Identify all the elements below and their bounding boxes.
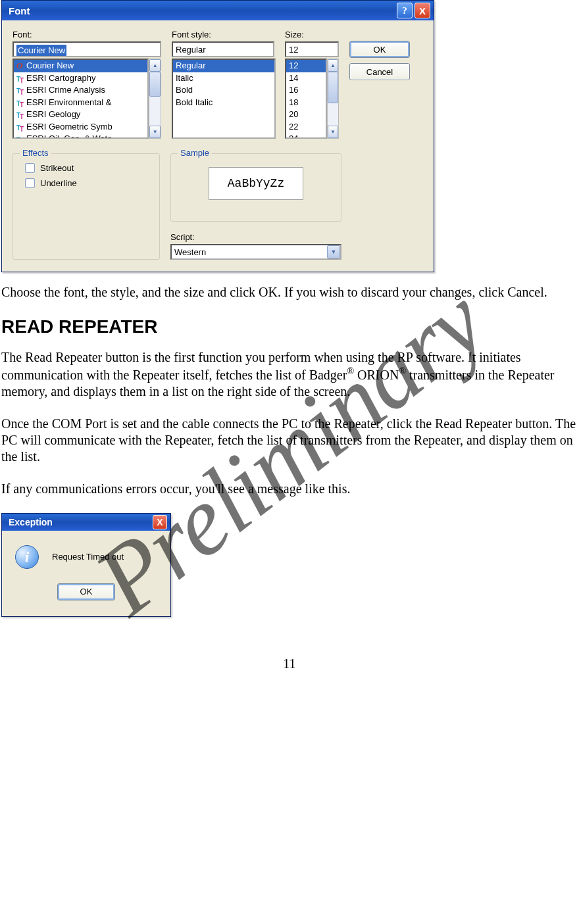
close-button[interactable]: X	[415, 3, 430, 18]
paragraph: Choose the font, the style, and the size…	[1, 284, 578, 301]
style-label: Font style:	[172, 30, 274, 39]
script-label: Script:	[170, 232, 341, 242]
font-list-item[interactable]: ESRI Geology	[14, 109, 147, 121]
style-list-item[interactable]: Bold	[173, 84, 274, 97]
truetype-icon	[16, 75, 24, 82]
opentype-icon: O	[16, 62, 24, 69]
style-input[interactable]: Regular	[172, 41, 274, 57]
script-select[interactable]: Western ▼	[170, 244, 341, 260]
font-list-item[interactable]: ESRI Oil, Gas, & Wate	[14, 133, 147, 139]
truetype-icon	[16, 124, 24, 130]
effects-group: Effects Strikeout Underline	[13, 153, 160, 260]
cancel-button[interactable]: Cancel	[349, 63, 410, 80]
font-list-item[interactable]: OCourier New	[14, 60, 147, 72]
scroll-down-icon[interactable]: ▼	[328, 126, 338, 138]
style-list-item[interactable]: Italic	[173, 72, 274, 85]
font-list-item[interactable]: ESRI Crime Analysis	[14, 84, 147, 97]
truetype-icon	[16, 111, 24, 118]
font-list-scrollbar[interactable]: ▲ ▼	[149, 59, 161, 139]
font-list[interactable]: OCourier New ESRI Cartography ESRI Crime…	[13, 59, 149, 139]
scroll-thumb[interactable]	[328, 72, 338, 103]
chevron-down-icon: ▼	[327, 245, 340, 258]
exception-ok-button[interactable]: OK	[57, 583, 115, 600]
style-list[interactable]: Regular Italic Bold Bold Italic	[172, 59, 276, 139]
font-label: Font:	[13, 30, 161, 39]
sample-label: Sample	[178, 148, 212, 158]
size-list-item[interactable]: 18	[286, 97, 326, 109]
paragraph: If any communications errors occur, you'…	[1, 481, 578, 497]
exception-message: Request Timed out	[52, 552, 124, 562]
scroll-thumb[interactable]	[149, 72, 161, 97]
sample-text: AaBbYyZz	[209, 167, 303, 200]
style-list-item[interactable]: Bold Italic	[173, 97, 274, 109]
font-list-item[interactable]: ESRI Cartography	[14, 72, 147, 85]
scroll-up-icon[interactable]: ▲	[149, 59, 161, 72]
size-list-scrollbar[interactable]: ▲ ▼	[327, 59, 339, 139]
font-dialog: Font ? X Font: Courier New OCourier New …	[1, 0, 434, 272]
checkbox-icon	[25, 178, 35, 188]
size-list-item[interactable]: 12	[286, 60, 326, 72]
exception-dialog: Exception X i Request Timed out OK	[1, 513, 171, 617]
heading-read-repeater: READ REPEATER	[1, 316, 578, 337]
size-list[interactable]: 12 14 16 18 20 22 24	[285, 59, 327, 139]
style-list-item[interactable]: Regular	[173, 60, 274, 72]
font-dialog-titlebar[interactable]: Font ? X	[2, 1, 434, 20]
font-list-item[interactable]: ESRI Environmental &	[14, 97, 147, 109]
exception-titlebar[interactable]: Exception X	[2, 514, 170, 531]
truetype-icon	[16, 87, 24, 93]
font-input[interactable]: Courier New	[13, 41, 161, 57]
scroll-down-icon[interactable]: ▼	[149, 126, 161, 138]
checkbox-icon	[25, 163, 35, 173]
size-list-item[interactable]: 22	[286, 121, 326, 134]
strikeout-checkbox[interactable]: Strikeout	[25, 163, 147, 173]
exception-title: Exception	[9, 517, 53, 527]
size-list-item[interactable]: 14	[286, 72, 326, 85]
size-label: Size:	[285, 30, 339, 39]
info-icon: i	[15, 545, 39, 569]
scroll-up-icon[interactable]: ▲	[328, 59, 338, 72]
close-button[interactable]: X	[153, 515, 167, 529]
size-list-item[interactable]: 16	[286, 84, 326, 97]
paragraph: Once the COM Port is set and the cable c…	[1, 416, 578, 465]
font-dialog-title: Font	[9, 5, 30, 16]
underline-checkbox[interactable]: Underline	[25, 178, 147, 188]
truetype-icon	[16, 99, 24, 106]
truetype-icon	[16, 135, 24, 139]
size-input[interactable]: 12	[285, 41, 339, 57]
size-list-item[interactable]: 24	[286, 133, 326, 139]
sample-group: Sample AaBbYyZz	[170, 153, 341, 222]
effects-label: Effects	[20, 148, 51, 158]
font-list-item[interactable]: ESRI Geometric Symb	[14, 121, 147, 134]
ok-button[interactable]: OK	[349, 41, 410, 58]
page-number: 11	[1, 656, 578, 671]
paragraph: The Read Repeater button is the first fu…	[1, 349, 578, 400]
help-button[interactable]: ?	[397, 3, 413, 18]
size-list-item[interactable]: 20	[286, 109, 326, 121]
